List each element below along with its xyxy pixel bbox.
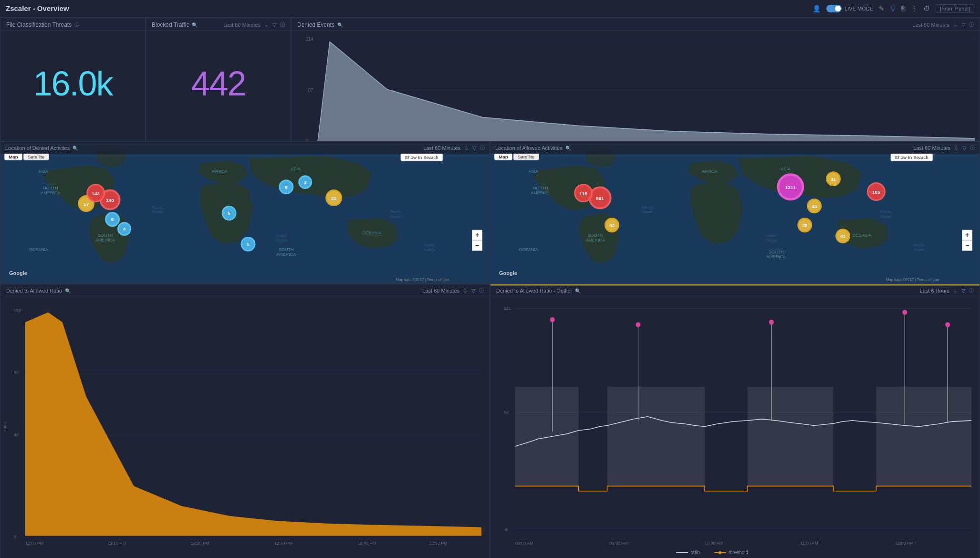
toggle-switch[interactable]	[826, 5, 842, 12]
file-classification-header: File Classification Threats ⓘ	[0, 18, 145, 31]
live-mode-toggle[interactable]: LIVE MODE	[826, 5, 873, 12]
allowed-map-title-group: Location of Allowed Activities 🔍	[495, 145, 571, 151]
search-icon-ratio[interactable]: 🔍	[65, 288, 71, 294]
denied-map-controls: Last 60 Minutes ⇩ ▽ ⓘ	[423, 145, 485, 151]
app-title: Zscaler - Overview	[6, 4, 69, 12]
svg-text:12:40 PM: 12:40 PM	[358, 541, 376, 546]
topbar: Zscaler - Overview 👤 LIVE MODE ✎ ▽ ⎘ ⋮ ⏱…	[0, 0, 980, 17]
svg-text:Indian: Indian	[276, 233, 287, 238]
allowed-world-map-svg: Map Satellite Show In Search 561 115 131…	[490, 142, 980, 283]
svg-text:5: 5	[111, 217, 114, 222]
svg-text:AFRICA: AFRICA	[702, 169, 718, 174]
svg-text:OCEANIA: OCEANIA	[852, 233, 871, 238]
svg-point-102	[719, 551, 721, 554]
denied-map-title-group: Location of Denied Activites 🔍	[5, 145, 78, 151]
svg-text:Ocean: Ocean	[152, 210, 163, 214]
ratio-chart-svg: 120 80 40 0 ratio 12:00 PM 12:10 PM 12:2…	[0, 297, 490, 556]
ratio-chart-panel: Denied to Allowed Ratio 🔍 Last 60 Minute…	[0, 284, 490, 558]
allowed-map-panel: Location of Allowed Activities 🔍 Last 60…	[490, 142, 980, 284]
map-tab-denied[interactable]: Map	[4, 153, 22, 160]
svg-text:Ocean: Ocean	[914, 248, 925, 252]
more-icon[interactable]: ⋮	[911, 5, 917, 12]
search-icon-denied-map[interactable]: 🔍	[73, 146, 78, 151]
denied-map-panel: Location of Denied Activites 🔍 Last 60 M…	[0, 142, 490, 284]
download-icon[interactable]: ⇩	[264, 22, 269, 28]
filter-icon-blocked[interactable]: ▽	[272, 22, 276, 28]
from-panel-label: [From Panel]	[936, 4, 974, 13]
svg-text:NORTH: NORTH	[533, 186, 548, 190]
download-icon-denied[interactable]: ⇩	[953, 22, 958, 28]
svg-text:AMERICA: AMERICA	[766, 254, 786, 259]
svg-text:NORTH: NORTH	[43, 186, 58, 190]
svg-text:ratio: ratio	[2, 422, 7, 431]
svg-text:Ocean: Ocean	[424, 248, 435, 252]
svg-text:120: 120	[14, 308, 21, 313]
svg-text:115: 115	[579, 191, 587, 196]
info-icon-outlier[interactable]: ⓘ	[969, 287, 974, 294]
zoom-in-denied[interactable]: +	[472, 230, 482, 240]
svg-text:12:00 PM: 12:00 PM	[25, 541, 43, 546]
zoom-out-denied[interactable]: −	[472, 240, 482, 251]
filter-icon-allowed-map[interactable]: ▽	[962, 145, 966, 151]
svg-text:Ocean: Ocean	[766, 238, 777, 242]
info-icon-ratio[interactable]: ⓘ	[479, 287, 484, 294]
svg-text:OCEANIA: OCEANIA	[519, 247, 538, 252]
svg-text:0: 0	[14, 534, 16, 539]
ratio-chart-container: 120 80 40 0 ratio 12:00 PM 12:10 PM 12:2…	[0, 297, 490, 556]
maps-row: Location of Denied Activites 🔍 Last 60 M…	[0, 142, 980, 284]
spike-dot-4	[902, 310, 907, 315]
denied-world-map-svg: Map Satellite Show In Search 17 240 143	[0, 142, 490, 283]
download-icon-allowed-map[interactable]: ⇩	[954, 145, 959, 151]
info-icon[interactable]: ⓘ	[74, 21, 79, 28]
info-icon-denied[interactable]: ⓘ	[969, 21, 974, 28]
svg-text:143: 143	[92, 191, 100, 196]
info-icon-allowed-map[interactable]: ⓘ	[970, 145, 975, 151]
svg-text:AMERICA: AMERICA	[41, 190, 60, 195]
filter-icon-outlier[interactable]: ▽	[961, 288, 965, 294]
svg-text:ASIA: ASIA	[781, 167, 791, 171]
y-mid-label: 107	[306, 87, 313, 93]
svg-text:185: 185	[872, 190, 880, 195]
show-in-search-denied[interactable]: Show In Search	[400, 153, 442, 161]
filter-icon-denied-map[interactable]: ▽	[472, 145, 476, 151]
download-icon-outlier[interactable]: ⇩	[953, 288, 958, 294]
map-tab-allowed[interactable]: Map	[494, 153, 512, 160]
search-icon-blocked[interactable]: 🔍	[192, 22, 198, 28]
svg-text:Atlantic: Atlantic	[151, 205, 164, 210]
info-icon-denied-map[interactable]: ⓘ	[480, 145, 485, 151]
copy-icon[interactable]: ⎘	[901, 5, 905, 12]
svg-text:ASIA: ASIA	[291, 167, 301, 171]
svg-text:31: 31	[831, 177, 836, 182]
search-icon-denied[interactable]: 🔍	[337, 22, 343, 28]
svg-text:Ocean: Ocean	[276, 238, 287, 242]
svg-text:AMERICA: AMERICA	[276, 252, 296, 257]
zoom-in-allowed[interactable]: +	[962, 230, 972, 240]
search-icon-allowed-map[interactable]: 🔍	[565, 146, 571, 151]
svg-text:threshold: threshold	[729, 550, 748, 555]
show-in-search-allowed[interactable]: Show In Search	[890, 153, 932, 161]
filter-icon-ratio[interactable]: ▽	[471, 288, 475, 294]
svg-text:ASIA: ASIA	[39, 169, 48, 174]
clock-icon[interactable]: ⏱	[923, 5, 930, 12]
blocked-traffic-title: Blocked Traffic 🔍	[152, 21, 198, 28]
denied-events-panel: Denied Events 🔍 Last 60 Minutes ⇩ ▽ ⓘ 21…	[291, 17, 980, 141]
download-icon-denied-map[interactable]: ⇩	[464, 145, 469, 151]
pencil-icon[interactable]: ✎	[879, 5, 885, 12]
svg-text:09:00 AM: 09:00 AM	[610, 541, 628, 546]
svg-text:4: 4	[123, 226, 126, 232]
svg-text:Atlantic: Atlantic	[641, 205, 654, 210]
info-icon-blocked[interactable]: ⓘ	[280, 21, 285, 28]
download-icon-ratio[interactable]: ⇩	[463, 288, 468, 294]
satellite-tab-denied[interactable]: Satellite	[23, 153, 49, 160]
satellite-tab-allowed[interactable]: Satellite	[513, 153, 539, 160]
svg-text:561: 561	[596, 196, 604, 201]
user-icon[interactable]: 👤	[813, 5, 821, 12]
threshold-line	[515, 486, 971, 491]
denied-events-chart: 214 107 0 12:00 PM 12:10 PM 12:20 PM 12:…	[292, 31, 980, 141]
outlier-chart-title: Denied to Allowed Ratio - Outlier	[496, 288, 572, 294]
zoom-out-allowed[interactable]: −	[962, 240, 972, 251]
search-icon-outlier[interactable]: 🔍	[575, 288, 581, 294]
filter-icon-denied[interactable]: ▽	[961, 22, 965, 28]
filter-icon[interactable]: ▽	[890, 5, 896, 12]
google-label-denied: Google	[9, 270, 27, 276]
